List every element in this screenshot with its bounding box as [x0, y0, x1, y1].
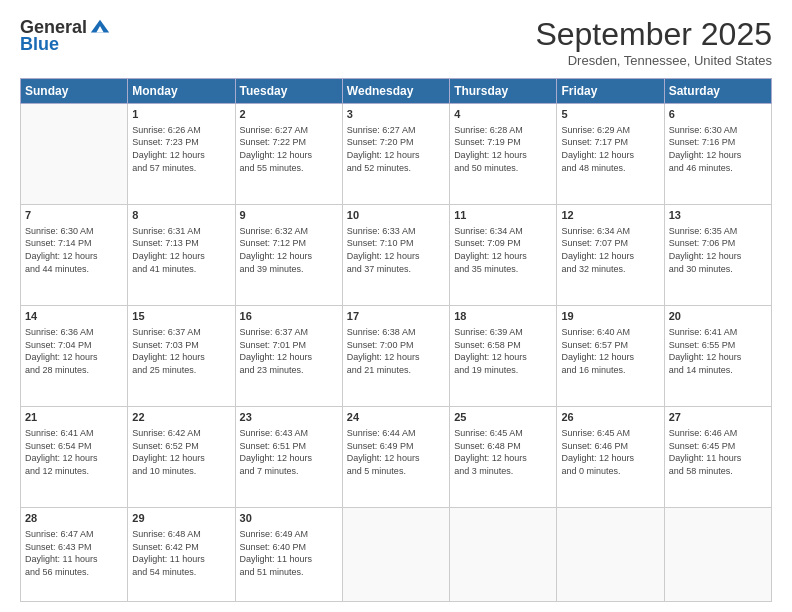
day-cell: 7Sunrise: 6:30 AM Sunset: 7:14 PM Daylig…: [21, 205, 128, 306]
day-info: Sunrise: 6:33 AM Sunset: 7:10 PM Dayligh…: [347, 225, 445, 275]
day-cell: 1Sunrise: 6:26 AM Sunset: 7:23 PM Daylig…: [128, 104, 235, 205]
day-info: Sunrise: 6:38 AM Sunset: 7:00 PM Dayligh…: [347, 326, 445, 376]
day-number: 22: [132, 410, 230, 425]
day-number: 6: [669, 107, 767, 122]
day-cell: [342, 508, 449, 602]
day-cell: 14Sunrise: 6:36 AM Sunset: 7:04 PM Dayli…: [21, 306, 128, 407]
col-header-sunday: Sunday: [21, 79, 128, 104]
day-info: Sunrise: 6:27 AM Sunset: 7:20 PM Dayligh…: [347, 124, 445, 174]
day-info: Sunrise: 6:40 AM Sunset: 6:57 PM Dayligh…: [561, 326, 659, 376]
day-number: 27: [669, 410, 767, 425]
day-info: Sunrise: 6:49 AM Sunset: 6:40 PM Dayligh…: [240, 528, 338, 578]
day-info: Sunrise: 6:43 AM Sunset: 6:51 PM Dayligh…: [240, 427, 338, 477]
week-row-2: 7Sunrise: 6:30 AM Sunset: 7:14 PM Daylig…: [21, 205, 772, 306]
col-header-wednesday: Wednesday: [342, 79, 449, 104]
day-cell: 24Sunrise: 6:44 AM Sunset: 6:49 PM Dayli…: [342, 407, 449, 508]
day-number: 28: [25, 511, 123, 526]
day-number: 3: [347, 107, 445, 122]
day-cell: 27Sunrise: 6:46 AM Sunset: 6:45 PM Dayli…: [664, 407, 771, 508]
day-info: Sunrise: 6:41 AM Sunset: 6:55 PM Dayligh…: [669, 326, 767, 376]
week-row-5: 28Sunrise: 6:47 AM Sunset: 6:43 PM Dayli…: [21, 508, 772, 602]
day-cell: 17Sunrise: 6:38 AM Sunset: 7:00 PM Dayli…: [342, 306, 449, 407]
day-cell: [664, 508, 771, 602]
day-number: 15: [132, 309, 230, 324]
day-number: 14: [25, 309, 123, 324]
day-info: Sunrise: 6:34 AM Sunset: 7:07 PM Dayligh…: [561, 225, 659, 275]
day-number: 13: [669, 208, 767, 223]
day-info: Sunrise: 6:36 AM Sunset: 7:04 PM Dayligh…: [25, 326, 123, 376]
day-number: 18: [454, 309, 552, 324]
day-cell: [450, 508, 557, 602]
day-cell: 16Sunrise: 6:37 AM Sunset: 7:01 PM Dayli…: [235, 306, 342, 407]
day-cell: 3Sunrise: 6:27 AM Sunset: 7:20 PM Daylig…: [342, 104, 449, 205]
day-cell: 4Sunrise: 6:28 AM Sunset: 7:19 PM Daylig…: [450, 104, 557, 205]
day-info: Sunrise: 6:35 AM Sunset: 7:06 PM Dayligh…: [669, 225, 767, 275]
day-info: Sunrise: 6:47 AM Sunset: 6:43 PM Dayligh…: [25, 528, 123, 578]
day-cell: 25Sunrise: 6:45 AM Sunset: 6:48 PM Dayli…: [450, 407, 557, 508]
day-number: 8: [132, 208, 230, 223]
col-header-tuesday: Tuesday: [235, 79, 342, 104]
day-number: 12: [561, 208, 659, 223]
day-cell: 19Sunrise: 6:40 AM Sunset: 6:57 PM Dayli…: [557, 306, 664, 407]
day-info: Sunrise: 6:37 AM Sunset: 7:01 PM Dayligh…: [240, 326, 338, 376]
logo-icon: [89, 16, 111, 38]
day-number: 21: [25, 410, 123, 425]
day-cell: 11Sunrise: 6:34 AM Sunset: 7:09 PM Dayli…: [450, 205, 557, 306]
day-cell: 22Sunrise: 6:42 AM Sunset: 6:52 PM Dayli…: [128, 407, 235, 508]
day-number: 19: [561, 309, 659, 324]
header: General Blue September 2025 Dresden, Ten…: [20, 16, 772, 68]
day-number: 23: [240, 410, 338, 425]
day-info: Sunrise: 6:29 AM Sunset: 7:17 PM Dayligh…: [561, 124, 659, 174]
day-number: 2: [240, 107, 338, 122]
day-info: Sunrise: 6:45 AM Sunset: 6:48 PM Dayligh…: [454, 427, 552, 477]
day-cell: 28Sunrise: 6:47 AM Sunset: 6:43 PM Dayli…: [21, 508, 128, 602]
day-number: 20: [669, 309, 767, 324]
logo: General Blue: [20, 16, 111, 55]
week-row-1: 1Sunrise: 6:26 AM Sunset: 7:23 PM Daylig…: [21, 104, 772, 205]
day-info: Sunrise: 6:44 AM Sunset: 6:49 PM Dayligh…: [347, 427, 445, 477]
day-info: Sunrise: 6:31 AM Sunset: 7:13 PM Dayligh…: [132, 225, 230, 275]
day-number: 5: [561, 107, 659, 122]
day-info: Sunrise: 6:30 AM Sunset: 7:14 PM Dayligh…: [25, 225, 123, 275]
day-info: Sunrise: 6:26 AM Sunset: 7:23 PM Dayligh…: [132, 124, 230, 174]
day-cell: 18Sunrise: 6:39 AM Sunset: 6:58 PM Dayli…: [450, 306, 557, 407]
day-cell: 6Sunrise: 6:30 AM Sunset: 7:16 PM Daylig…: [664, 104, 771, 205]
day-cell: 20Sunrise: 6:41 AM Sunset: 6:55 PM Dayli…: [664, 306, 771, 407]
day-cell: 2Sunrise: 6:27 AM Sunset: 7:22 PM Daylig…: [235, 104, 342, 205]
col-header-saturday: Saturday: [664, 79, 771, 104]
header-row: SundayMondayTuesdayWednesdayThursdayFrid…: [21, 79, 772, 104]
day-info: Sunrise: 6:32 AM Sunset: 7:12 PM Dayligh…: [240, 225, 338, 275]
day-cell: 26Sunrise: 6:45 AM Sunset: 6:46 PM Dayli…: [557, 407, 664, 508]
col-header-friday: Friday: [557, 79, 664, 104]
day-info: Sunrise: 6:42 AM Sunset: 6:52 PM Dayligh…: [132, 427, 230, 477]
day-cell: 15Sunrise: 6:37 AM Sunset: 7:03 PM Dayli…: [128, 306, 235, 407]
calendar-table: SundayMondayTuesdayWednesdayThursdayFrid…: [20, 78, 772, 602]
day-info: Sunrise: 6:48 AM Sunset: 6:42 PM Dayligh…: [132, 528, 230, 578]
day-info: Sunrise: 6:39 AM Sunset: 6:58 PM Dayligh…: [454, 326, 552, 376]
day-cell: 21Sunrise: 6:41 AM Sunset: 6:54 PM Dayli…: [21, 407, 128, 508]
day-cell: 10Sunrise: 6:33 AM Sunset: 7:10 PM Dayli…: [342, 205, 449, 306]
title-block: September 2025 Dresden, Tennessee, Unite…: [535, 16, 772, 68]
day-number: 30: [240, 511, 338, 526]
day-info: Sunrise: 6:46 AM Sunset: 6:45 PM Dayligh…: [669, 427, 767, 477]
day-number: 25: [454, 410, 552, 425]
day-number: 4: [454, 107, 552, 122]
day-info: Sunrise: 6:28 AM Sunset: 7:19 PM Dayligh…: [454, 124, 552, 174]
day-cell: [21, 104, 128, 205]
day-info: Sunrise: 6:30 AM Sunset: 7:16 PM Dayligh…: [669, 124, 767, 174]
day-cell: 5Sunrise: 6:29 AM Sunset: 7:17 PM Daylig…: [557, 104, 664, 205]
day-info: Sunrise: 6:34 AM Sunset: 7:09 PM Dayligh…: [454, 225, 552, 275]
page: General Blue September 2025 Dresden, Ten…: [0, 0, 792, 612]
col-header-thursday: Thursday: [450, 79, 557, 104]
day-info: Sunrise: 6:41 AM Sunset: 6:54 PM Dayligh…: [25, 427, 123, 477]
day-cell: 9Sunrise: 6:32 AM Sunset: 7:12 PM Daylig…: [235, 205, 342, 306]
day-cell: 8Sunrise: 6:31 AM Sunset: 7:13 PM Daylig…: [128, 205, 235, 306]
day-number: 17: [347, 309, 445, 324]
day-cell: 13Sunrise: 6:35 AM Sunset: 7:06 PM Dayli…: [664, 205, 771, 306]
col-header-monday: Monday: [128, 79, 235, 104]
week-row-4: 21Sunrise: 6:41 AM Sunset: 6:54 PM Dayli…: [21, 407, 772, 508]
day-number: 11: [454, 208, 552, 223]
month-title: September 2025: [535, 16, 772, 53]
week-row-3: 14Sunrise: 6:36 AM Sunset: 7:04 PM Dayli…: [21, 306, 772, 407]
day-number: 24: [347, 410, 445, 425]
